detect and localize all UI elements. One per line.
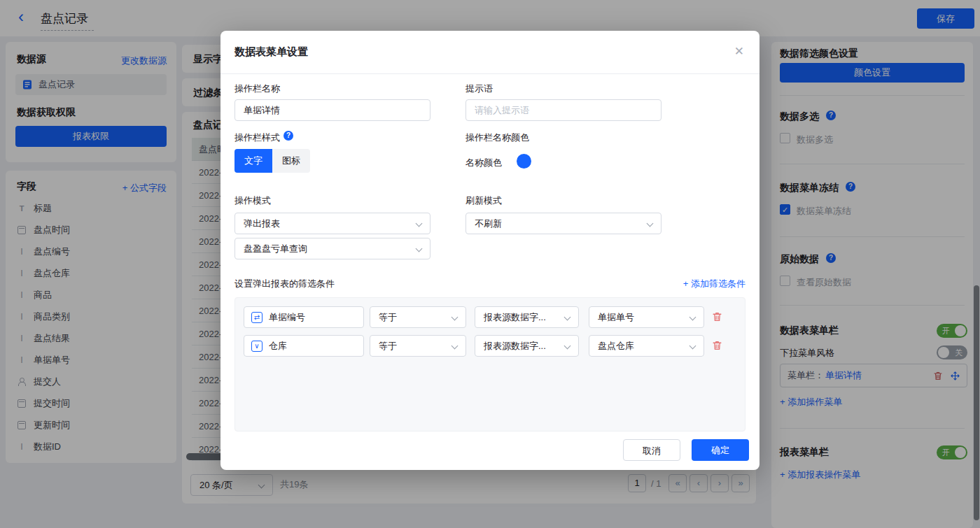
chevron-down-icon <box>564 343 571 350</box>
chevron-down-icon <box>690 343 696 350</box>
tip-input[interactable] <box>465 99 662 121</box>
report-select-value: 盘盈盘亏单查询 <box>244 243 307 255</box>
refresh-mode-value: 不刷新 <box>475 217 502 230</box>
chevron-down-icon <box>451 314 458 321</box>
filter-source-value: 报表源数据字... <box>484 340 546 352</box>
chevron-down-icon <box>647 220 654 227</box>
name-color-label: 名称颜色 <box>465 157 502 169</box>
filter-target-select[interactable]: 单据单号 <box>589 306 704 328</box>
refresh-mode-select[interactable]: 不刷新 <box>465 213 662 234</box>
action-style-segment: 文字 图标 <box>234 149 310 173</box>
serial-field-icon: ⇄ <box>251 312 262 323</box>
filter-target-value: 单据单号 <box>598 311 634 324</box>
tip-label: 提示语 <box>465 83 493 95</box>
filter-op-select[interactable]: 等于 <box>370 306 466 328</box>
select-field-icon: ∨ <box>251 341 262 352</box>
filter-panel: ⇄ 单据编号 等于 报表源数据字... 单据单号 ∨ 仓库 <box>234 297 746 431</box>
delete-filter-icon[interactable] <box>713 341 722 350</box>
name-color-section-label: 操作栏名称颜色 <box>465 131 529 144</box>
chevron-down-icon <box>416 220 423 227</box>
color-swatch[interactable] <box>517 154 531 169</box>
report-select[interactable]: 盘盈盘亏单查询 <box>234 238 430 259</box>
filter-section-label: 设置弹出报表的筛选条件 <box>234 278 335 290</box>
filter-source-select[interactable]: 报表源数据字... <box>475 335 579 357</box>
chevron-down-icon <box>416 245 423 252</box>
action-name-field <box>234 99 430 121</box>
filter-field-label: 仓库 <box>269 340 287 352</box>
app-root: ‹ 盘点记录 保存 数据源 更改数据源 盘点记录 数据获取权限 报表权限 字段 … <box>0 0 980 528</box>
add-filter-link[interactable]: + 添加筛选条件 <box>683 278 746 290</box>
filter-target-select[interactable]: 盘点仓库 <box>589 335 704 357</box>
action-style-label: 操作栏样式 <box>234 131 280 144</box>
filter-source-select[interactable]: 报表源数据字... <box>475 306 579 328</box>
chevron-down-icon <box>451 343 458 350</box>
modal-title: 数据表菜单设置 <box>234 45 308 59</box>
divider <box>220 73 760 74</box>
filter-op-value: 等于 <box>379 340 397 352</box>
confirm-button[interactable]: 确定 <box>692 439 749 461</box>
cancel-button[interactable]: 取消 <box>623 439 680 461</box>
filter-op-value: 等于 <box>379 311 397 324</box>
action-name-label: 操作栏名称 <box>234 83 280 95</box>
tip-field <box>465 99 662 121</box>
action-name-input[interactable] <box>234 99 430 121</box>
filter-field-box[interactable]: ∨ 仓库 <box>244 335 364 357</box>
chevron-down-icon <box>564 314 571 321</box>
style-option-text[interactable]: 文字 <box>234 149 272 173</box>
chevron-down-icon <box>690 314 696 321</box>
help-icon[interactable]: ? <box>284 131 293 141</box>
operation-mode-value: 弹出报表 <box>244 217 280 230</box>
filter-field-box[interactable]: ⇄ 单据编号 <box>244 306 364 328</box>
delete-filter-icon[interactable] <box>713 312 722 322</box>
filter-field-label: 单据编号 <box>269 311 305 324</box>
filter-op-select[interactable]: 等于 <box>370 335 466 357</box>
table-menu-settings-modal: 数据表菜单设置 ✕ 操作栏名称 提示语 操作栏样式 ? 文字 图标 操作栏名称颜… <box>220 31 760 470</box>
vertical-scrollbar[interactable] <box>974 285 979 520</box>
style-option-icon[interactable]: 图标 <box>272 149 310 173</box>
operation-mode-select[interactable]: 弹出报表 <box>234 213 430 234</box>
refresh-mode-label: 刷新模式 <box>465 194 502 207</box>
filter-target-value: 盘点仓库 <box>598 340 634 352</box>
operation-mode-label: 操作模式 <box>234 194 271 207</box>
close-icon[interactable]: ✕ <box>734 44 744 59</box>
filter-source-value: 报表源数据字... <box>484 311 546 324</box>
